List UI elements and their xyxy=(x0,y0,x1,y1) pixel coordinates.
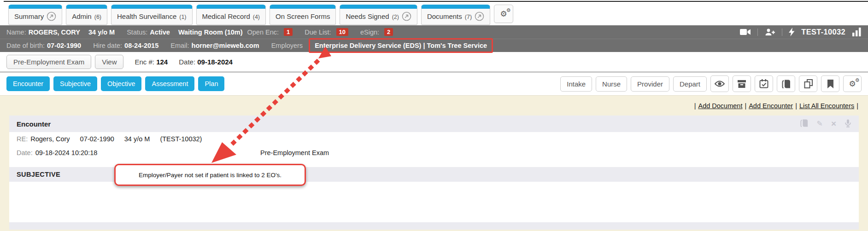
encounter-re-row: RE: Rogers, Cory 07-02-1990 34 y/o M (TE… xyxy=(9,132,859,146)
next-section-band xyxy=(9,222,859,230)
link-add-encounter[interactable]: Add Encounter xyxy=(749,102,793,110)
tab-needs-signed[interactable]: Needs Signed(2) xyxy=(340,5,417,25)
stage-button-nurse[interactable]: Nurse xyxy=(596,76,627,92)
due-list-badge[interactable]: 10 xyxy=(336,28,348,36)
encounter-datetime: 09-18-2024 10:20:18 xyxy=(35,149,98,156)
book-icon xyxy=(782,80,791,88)
patient-name: ROGERS, CORY xyxy=(29,29,80,36)
section-button-encounter[interactable]: Encounter xyxy=(6,76,50,91)
copy-button[interactable] xyxy=(799,75,817,92)
link-add-document[interactable]: Add Document xyxy=(698,102,743,110)
re-patient-name: Rogers, Cory xyxy=(30,135,70,143)
bar-chart-icon[interactable] xyxy=(852,28,862,36)
visit-type: Pre-Employment Exam xyxy=(260,149,329,156)
open-enc-badge[interactable]: 1 xyxy=(284,28,293,36)
tab-on-screen-forms[interactable]: On Screen Forms xyxy=(270,5,336,25)
video-camera-icon[interactable] xyxy=(740,28,751,36)
divider xyxy=(757,29,758,36)
tab-medical-record[interactable]: Medical Record(4) xyxy=(196,5,266,25)
re-chart-id: (TEST-10032) xyxy=(160,135,202,143)
tab-documents[interactable]: Documents(7) xyxy=(421,5,490,25)
popout-icon xyxy=(47,12,56,21)
employers-value-highlight: Enterprise Delivery Service (EDS) | Tom'… xyxy=(309,38,493,53)
encounter-date-row: Date: 09-18-2024 10:20:18 Pre-Employment… xyxy=(9,146,859,160)
due-list-label: Due List: xyxy=(305,29,331,36)
re-age-sex: 34 y/o M xyxy=(124,135,150,143)
view-document-icon[interactable] xyxy=(800,119,808,128)
esign-badge[interactable]: 2 xyxy=(384,28,393,36)
action-links: |Add Document|Add Encounter|List All Enc… xyxy=(0,96,868,110)
panel-title: Encounter xyxy=(17,120,51,128)
email-value: horner@mieweb.com xyxy=(192,42,259,49)
dob-value: 07-02-1990 xyxy=(47,42,81,49)
encounter-settings-button[interactable]: ⚙⚙ xyxy=(843,75,862,92)
dob-label: Date of birth: xyxy=(6,42,45,49)
status-label: Status: xyxy=(127,29,147,36)
chart-notes-button[interactable] xyxy=(777,75,795,92)
preview-eye-button[interactable] xyxy=(710,75,729,92)
stage-button-intake[interactable]: Intake xyxy=(560,76,592,92)
date-label: Date: xyxy=(17,149,33,156)
tab-health-surveillance[interactable]: Health Surveillance(1) xyxy=(111,5,193,25)
tab-admin[interactable]: Admin(6) xyxy=(66,5,107,25)
view-button[interactable]: View xyxy=(95,55,123,69)
hire-date-label: Hire date: xyxy=(93,42,122,49)
popout-icon xyxy=(475,12,484,21)
bookmark-button[interactable] xyxy=(821,75,839,92)
add-contact-icon[interactable] xyxy=(764,28,775,36)
encounter-strip: Pre-Employment Exam View Enc #: 124 Date… xyxy=(0,52,868,72)
stage-button-depart[interactable]: Depart xyxy=(673,76,707,92)
archive-button[interactable] xyxy=(733,75,751,92)
lightning-icon[interactable] xyxy=(789,28,795,36)
archive-box-icon xyxy=(737,80,746,88)
email-label: Email: xyxy=(170,42,189,49)
subjective-section-body xyxy=(9,182,859,222)
patient-summary-bar: Name: ROGERS, CORY 34 y/o M Status: Acti… xyxy=(0,25,868,39)
section-nav: EncounterSubjectiveObjectiveAssessmentPl… xyxy=(6,76,224,91)
patient-age-sex: 34 y/o M xyxy=(88,29,115,36)
hire-date-value: 08-24-2015 xyxy=(124,42,158,49)
encounter-type-button[interactable]: Pre-Employment Exam xyxy=(6,55,91,69)
re-dob: 07-02-1990 xyxy=(80,135,114,143)
section-button-subjective[interactable]: Subjective xyxy=(53,76,97,91)
chart-id: TEST-10032 xyxy=(801,28,845,36)
name-label: Name: xyxy=(6,29,26,36)
waiting-room-status: Waiting Room (10m) xyxy=(178,29,243,36)
section-button-plan[interactable]: Plan xyxy=(198,76,224,91)
schedule-button[interactable] xyxy=(755,75,773,92)
chart-content-area: |Add Document|Add Encounter|List All Enc… xyxy=(0,95,868,231)
microphone-icon[interactable] xyxy=(845,119,851,129)
popout-icon xyxy=(402,12,411,21)
section-button-objective[interactable]: Objective xyxy=(101,76,141,91)
patient-status: Active xyxy=(150,29,170,36)
encounter-number: Enc #: 124 xyxy=(135,58,168,66)
open-enc-label: Open Enc: xyxy=(247,29,279,36)
demographics-bar: Date of birth: 07-02-1990 Hire date: 08-… xyxy=(0,39,868,52)
section-button-assessment[interactable]: Assessment xyxy=(145,76,194,91)
divider xyxy=(782,29,782,36)
re-label: RE: xyxy=(17,135,28,143)
encounter-toolbar: EncounterSubjectiveObjectiveAssessmentPl… xyxy=(0,72,868,95)
encounter-panel-header: Encounter ✎ × xyxy=(9,116,859,132)
esign-label: eSign: xyxy=(360,29,379,36)
employers-value[interactable]: Enterprise Delivery Service (EDS) | Tom'… xyxy=(315,42,487,49)
eye-icon xyxy=(715,80,725,87)
stage-nav: IntakeNurseProviderDepart xyxy=(560,76,707,92)
gear-icon: ⚙⚙ xyxy=(849,80,856,88)
chart-tab-bar: SummaryAdmin(6)Health Surveillance(1)Med… xyxy=(0,2,868,25)
employers-label: Employers xyxy=(271,42,303,49)
calendar-check-icon xyxy=(759,79,768,88)
link-list-all-encounters[interactable]: List All Encounters xyxy=(799,102,854,110)
annotation-callout: Employer/Payer not set if patient is lin… xyxy=(114,164,306,186)
tab-settings-button[interactable]: ⚙⚙ xyxy=(494,5,513,23)
tab-summary[interactable]: Summary xyxy=(8,5,62,25)
stage-button-provider[interactable]: Provider xyxy=(631,76,669,92)
chart-tab-strip: SummaryAdmin(6)Health Surveillance(1)Med… xyxy=(8,5,490,25)
copy-pages-icon xyxy=(804,79,813,88)
encounter-date: Date: 09-18-2024 xyxy=(179,58,233,66)
gear-icon: ⚙⚙ xyxy=(500,10,507,18)
bookmark-icon xyxy=(827,80,834,88)
